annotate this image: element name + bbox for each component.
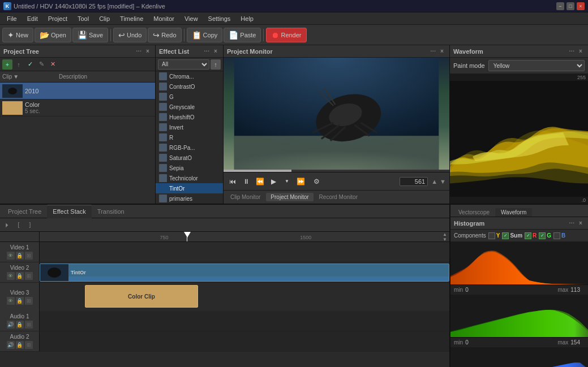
effect-search-button[interactable]: ↑ xyxy=(211,59,221,70)
menu-timeline[interactable]: Timeline xyxy=(115,14,148,23)
panel-options-icon[interactable]: ⋯ xyxy=(135,48,143,55)
new-button[interactable]: ✦ New xyxy=(2,28,33,42)
tab-project-tree[interactable]: Project Tree xyxy=(2,205,47,218)
track-comp-v3[interactable]: ⊞ xyxy=(25,297,33,305)
tab-clip-monitor[interactable]: Clip Monitor xyxy=(226,193,265,201)
menu-view[interactable]: View xyxy=(180,14,203,23)
open-button[interactable]: 📂 Open xyxy=(35,28,71,42)
tl-play-button[interactable]: ⏵ xyxy=(2,220,12,230)
menu-project[interactable]: Project xyxy=(44,14,72,23)
clip-check-button[interactable]: ✓ xyxy=(25,59,35,70)
track-lock-v1[interactable]: 🔒 xyxy=(16,252,24,260)
track-comp-a1[interactable]: ⊞ xyxy=(25,321,33,329)
waveform-options-icon[interactable]: ⋯ xyxy=(568,48,576,55)
clip-tintor[interactable]: TintOr xyxy=(40,264,449,282)
effect-item-saturat[interactable]: SaturatO xyxy=(156,153,223,163)
histogram-close-icon[interactable]: × xyxy=(577,219,585,227)
track-lock-a2[interactable]: 🔒 xyxy=(16,341,24,349)
monitor-progress-bar[interactable] xyxy=(224,170,449,172)
track-lock-v3[interactable]: 🔒 xyxy=(16,297,24,305)
tab-vectorscope[interactable]: Vectorscope xyxy=(453,208,495,217)
track-mute-v3[interactable]: 👁 xyxy=(7,297,15,305)
settings-button[interactable]: ⚙ xyxy=(311,176,322,187)
tab-effect-stack[interactable]: Effect Stack xyxy=(47,205,92,218)
menu-file[interactable]: File xyxy=(2,14,22,23)
histogram-options-icon[interactable]: ⋯ xyxy=(568,219,576,227)
effect-item-technicolor[interactable]: Technicolor xyxy=(156,173,223,183)
track-content-video3[interactable]: Color Clip xyxy=(40,283,449,311)
clip-delete-button[interactable]: ✕ xyxy=(48,59,58,70)
effect-item-sepia[interactable]: Sepia xyxy=(156,163,223,173)
track-content-audio1[interactable] xyxy=(40,311,449,331)
play-prev-button[interactable]: ⏮ xyxy=(227,176,238,187)
effect-item-r[interactable]: R xyxy=(156,132,223,143)
effect-item-chroma[interactable]: Chroma... xyxy=(156,71,223,81)
menu-help[interactable]: Help xyxy=(236,14,258,23)
undo-button[interactable]: ↩ Undo xyxy=(113,28,147,42)
maximize-button[interactable]: □ xyxy=(566,2,574,10)
copy-button[interactable]: 📋 Copy xyxy=(187,28,223,42)
track-comp-v2[interactable]: ⊞ xyxy=(25,272,33,280)
effect-filter-dropdown[interactable]: All Video Audio xyxy=(158,59,209,70)
effect-item-tintor[interactable]: TintOr xyxy=(156,183,223,193)
effect-item-g[interactable]: G xyxy=(156,92,223,102)
render-button[interactable]: ⏺ Render xyxy=(266,28,306,42)
play-dropdown-button[interactable]: ▼ xyxy=(281,176,293,187)
tl-in-button[interactable]: [ xyxy=(14,220,24,230)
track-comp-v1[interactable]: ⊞ xyxy=(25,252,33,260)
effect-list-close-icon[interactable]: × xyxy=(212,48,220,55)
tab-record-monitor[interactable]: Record Monitor xyxy=(315,193,362,201)
effect-list-options-icon[interactable]: ⋯ xyxy=(203,48,211,55)
effect-item-primaries[interactable]: primaries xyxy=(156,193,223,204)
clip-item-2010[interactable]: 2010 xyxy=(0,83,155,100)
track-mute-v2[interactable]: 👁 xyxy=(7,272,15,280)
monitor-options-icon[interactable]: ⋯ xyxy=(429,48,437,55)
play-prev-frame-button[interactable]: ⏸ xyxy=(241,176,252,187)
effect-item-contrast[interactable]: ContrastO xyxy=(156,81,223,92)
track-mute-a2[interactable]: 🔊 xyxy=(7,341,15,349)
menu-clip[interactable]: Clip xyxy=(95,14,114,23)
play-button[interactable]: ▶ xyxy=(268,176,279,187)
ruler-scroll-down[interactable]: ▼ xyxy=(440,237,449,242)
effect-item-greyscale[interactable]: Greyscale xyxy=(156,102,223,112)
menu-tool[interactable]: Tool xyxy=(73,14,93,23)
track-mute-a1[interactable]: 🔊 xyxy=(7,321,15,329)
track-comp-a2[interactable]: ⊞ xyxy=(25,341,33,349)
clip-color[interactable]: Color Clip xyxy=(85,285,198,308)
monitor-close-icon[interactable]: × xyxy=(438,48,446,55)
paste-button[interactable]: 📄 Paste xyxy=(224,28,261,42)
tl-out-button[interactable]: ] xyxy=(25,220,35,230)
paint-mode-dropdown[interactable]: Yellow Green White xyxy=(488,60,585,71)
track-lock-a1[interactable]: 🔒 xyxy=(16,321,24,329)
redo-button[interactable]: ↪ Redo xyxy=(148,28,181,42)
menu-edit[interactable]: Edit xyxy=(23,14,42,23)
track-mute-v1[interactable]: 👁 xyxy=(7,252,15,260)
save-button[interactable]: 💾 Save xyxy=(72,28,108,42)
hist-checkbox-r[interactable]: ✓ xyxy=(525,232,531,239)
track-content-video2[interactable]: TintOr xyxy=(40,262,449,282)
timecode-spin-up[interactable]: ▲ xyxy=(431,178,437,185)
track-content-audio2[interactable] xyxy=(40,331,449,351)
hist-checkbox-b[interactable] xyxy=(553,232,560,239)
playhead-marker[interactable] xyxy=(184,232,191,238)
effect-item-invert[interactable]: Invert xyxy=(156,122,223,132)
waveform-close-icon[interactable]: × xyxy=(577,48,585,55)
menu-monitor[interactable]: Monitor xyxy=(149,14,179,23)
hist-checkbox-y[interactable] xyxy=(488,232,495,239)
clip-edit-button[interactable]: ✎ xyxy=(36,59,46,70)
close-button[interactable]: × xyxy=(577,2,585,10)
tab-project-monitor[interactable]: Project Monitor xyxy=(266,193,313,201)
clip-up-button[interactable]: ↑ xyxy=(14,59,24,70)
fast-forward-button[interactable]: ⏩ xyxy=(295,176,306,187)
minimize-button[interactable]: − xyxy=(556,2,564,10)
add-clip-button[interactable]: + xyxy=(2,59,12,70)
rewind-button[interactable]: ⏪ xyxy=(254,176,265,187)
track-content-video1[interactable] xyxy=(40,242,449,262)
ruler-scroll-up[interactable]: ▲ xyxy=(440,232,449,237)
track-lock-v2[interactable]: 🔒 xyxy=(16,272,24,280)
menu-settings[interactable]: Settings xyxy=(204,14,235,23)
panel-close-icon[interactable]: × xyxy=(144,48,152,55)
effect-item-rgb[interactable]: RGB-Pa... xyxy=(156,143,223,153)
tab-transition[interactable]: Transition xyxy=(92,205,130,218)
tab-waveform-scope[interactable]: Waveform xyxy=(495,208,532,217)
